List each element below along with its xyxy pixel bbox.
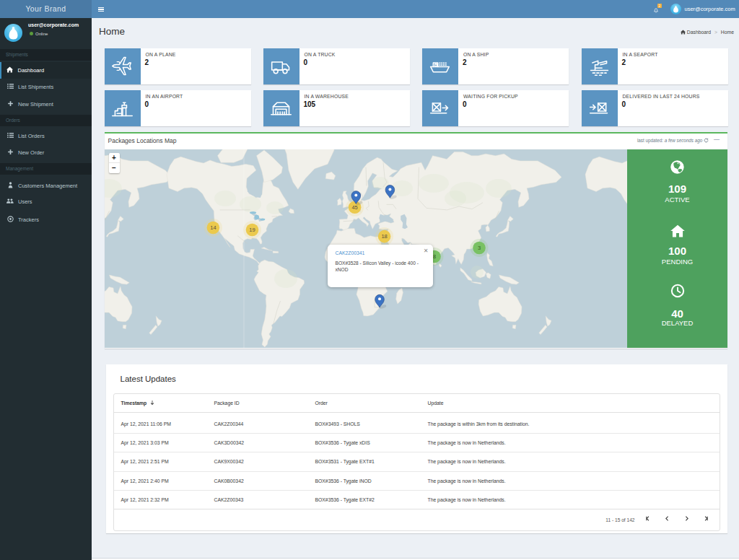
svg-text:14: 14 (210, 224, 216, 231)
svg-text:18: 18 (381, 233, 387, 240)
svg-text:8: 8 (432, 253, 435, 260)
svg-text:3: 3 (477, 245, 480, 251)
svg-text:2: 2 (659, 4, 661, 7)
svg-text:19: 19 (249, 227, 255, 233)
svg-text:45: 45 (351, 204, 357, 211)
